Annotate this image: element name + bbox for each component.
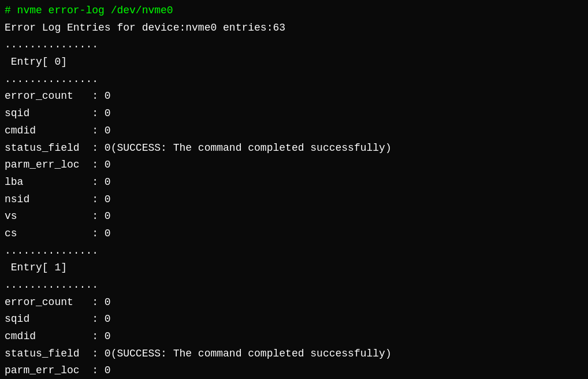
terminal-line-6: sqid : 0 [5,105,583,122]
terminal-line-17: error_count : 0 [5,294,583,311]
terminal-line-1: Error Log Entries for device:nvme0 entri… [5,20,583,37]
terminal-line-9: parm_err_loc : 0 [5,157,583,174]
terminal-line-15: Entry[ 1] [5,259,583,277]
terminal-line-13: cs : 0 [5,225,583,243]
terminal-line-8: status_field : 0(SUCCESS: The command co… [5,140,583,157]
terminal-line-12: vs : 0 [5,208,583,225]
terminal-line-2: ............... [5,36,583,54]
terminal-line-19: cmdid : 0 [5,328,583,345]
terminal-line-11: nsid : 0 [5,191,583,209]
terminal-line-21: parm_err_loc : 0 [5,362,583,379]
terminal-line-3: Entry[ 0] [5,54,583,71]
terminal-line-7: cmdid : 0 [5,122,583,140]
terminal-line-0: # nvme error-log /dev/nvme0 [5,2,583,20]
terminal-line-5: error_count : 0 [5,88,583,105]
terminal-line-18: sqid : 0 [5,311,583,328]
terminal-line-14: ............... [5,243,583,260]
terminal-line-10: lba : 0 [5,174,583,191]
terminal-line-4: ............... [5,71,583,88]
terminal-line-20: status_field : 0(SUCCESS: The command co… [5,345,583,363]
terminal-window: # nvme error-log /dev/nvme0Error Log Ent… [0,0,588,379]
terminal-line-16: ............... [5,277,583,294]
